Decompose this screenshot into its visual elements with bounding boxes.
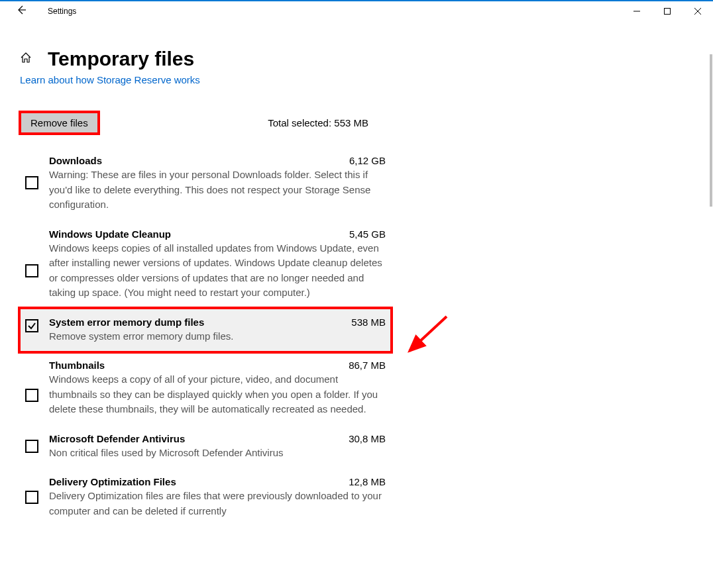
checkbox-system-error-dump[interactable] <box>25 319 38 332</box>
checkbox-downloads[interactable] <box>25 176 38 189</box>
list-item-thumbnails[interactable]: Thumbnails 86,7 MB Windows keeps a copy … <box>20 352 391 425</box>
item-size: 30,8 MB <box>349 433 386 444</box>
window-controls <box>622 1 713 21</box>
checkbox-defender[interactable] <box>25 440 38 453</box>
list-item-downloads[interactable]: Downloads 6,12 GB Warning: These are fil… <box>20 147 391 220</box>
back-button[interactable] <box>11 2 32 21</box>
list-item-windows-update[interactable]: Windows Update Cleanup 5,45 GB Windows k… <box>20 220 391 309</box>
svg-rect-2 <box>665 9 671 15</box>
checkbox-windows-update[interactable] <box>25 264 38 277</box>
item-desc: Windows keeps a copy of all of your pict… <box>49 372 386 417</box>
item-size: 538 MB <box>351 317 386 328</box>
scrollbar[interactable] <box>710 54 712 207</box>
maximize-button[interactable] <box>652 1 683 21</box>
page-header: Temporary files <box>0 21 713 75</box>
item-size: 12,8 MB <box>349 476 386 487</box>
item-desc: Remove system error memory dump files. <box>49 329 386 344</box>
checkmark-icon <box>27 321 36 330</box>
remove-files-button[interactable]: Remove files <box>20 112 99 134</box>
home-icon[interactable] <box>20 52 32 67</box>
list-item-system-error-dump[interactable]: System error memory dump files 538 MB Re… <box>20 309 391 352</box>
minimize-button[interactable] <box>622 1 652 21</box>
checkbox-delivery-optimization[interactable] <box>25 491 38 504</box>
app-name: Settings <box>48 7 76 16</box>
action-row: Remove files Total selected: 553 MB <box>0 85 713 147</box>
item-size: 6,12 GB <box>349 155 386 166</box>
titlebar: Settings <box>0 1 713 21</box>
storage-reserve-link[interactable]: Learn about how Storage Reserve works <box>0 74 713 85</box>
item-title: System error memory dump files <box>49 317 204 328</box>
close-button[interactable] <box>683 1 713 21</box>
item-title: Downloads <box>49 155 102 166</box>
item-desc: Non critical files used by Microsoft Def… <box>49 446 386 461</box>
item-size: 5,45 GB <box>349 228 386 240</box>
total-selected-label: Total selected: 553 MB <box>268 117 368 128</box>
item-title: Windows Update Cleanup <box>49 228 171 240</box>
page-title: Temporary files <box>48 48 194 70</box>
item-desc: Warning: These are files in your persona… <box>49 168 386 213</box>
item-desc: Delivery Optimization files are files th… <box>49 489 386 518</box>
item-title: Microsoft Defender Antivirus <box>49 433 185 444</box>
checkbox-thumbnails[interactable] <box>25 389 38 402</box>
item-desc: Windows keeps copies of all installed up… <box>49 241 386 301</box>
item-title: Thumbnails <box>49 360 105 371</box>
list-item-defender[interactable]: Microsoft Defender Antivirus 30,8 MB Non… <box>20 425 391 469</box>
temp-files-list: Downloads 6,12 GB Warning: These are fil… <box>0 147 713 526</box>
item-size: 86,7 MB <box>349 360 386 371</box>
list-item-delivery-optimization[interactable]: Delivery Optimization Files 12,8 MB Deli… <box>20 468 391 526</box>
item-title: Delivery Optimization Files <box>49 476 176 487</box>
